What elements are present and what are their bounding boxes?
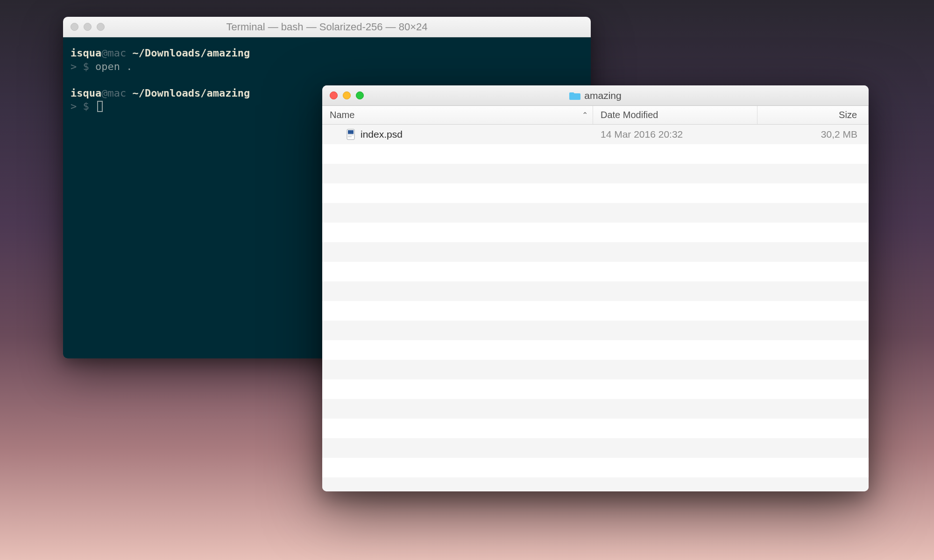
file-size-cell: 30,2 MB	[757, 129, 869, 140]
prompt-user: isqua	[71, 87, 101, 99]
column-header-size-label: Size	[839, 110, 857, 120]
empty-row	[322, 458, 869, 477]
prompt-path: ~/Downloads/amazing	[132, 47, 250, 59]
cursor-icon	[97, 101, 103, 112]
terminal-blank	[71, 73, 583, 87]
finder-file-list: index.psd 14 Mar 2016 20:32 30,2 MB	[322, 125, 869, 491]
prompt-host: mac	[107, 47, 132, 59]
empty-row	[322, 223, 869, 242]
prompt-symbol: > $	[71, 61, 95, 72]
empty-row	[322, 360, 869, 379]
empty-row	[322, 438, 869, 458]
terminal-title: Terminal — bash — Solarized-256 — 80×24	[63, 21, 591, 33]
empty-row	[322, 399, 869, 419]
svg-rect-3	[348, 136, 352, 137]
empty-row	[322, 144, 869, 164]
file-date-cell: 14 Mar 2016 20:32	[593, 129, 757, 140]
terminal-traffic-lights	[71, 23, 105, 31]
zoom-icon[interactable]	[97, 23, 105, 31]
column-header-name-label: Name	[330, 110, 354, 120]
empty-row	[322, 477, 869, 491]
finder-title: amazing	[584, 90, 621, 101]
file-name: index.psd	[361, 129, 403, 140]
finder-column-header: Name ⌃ Date Modified Size	[322, 106, 869, 125]
terminal-command: open .	[95, 61, 132, 72]
sort-ascending-icon: ⌃	[582, 111, 588, 119]
close-icon[interactable]	[330, 91, 338, 99]
column-header-date[interactable]: Date Modified	[593, 106, 757, 124]
empty-row	[322, 164, 869, 183]
prompt-at: @	[101, 87, 107, 99]
column-header-size[interactable]: Size	[757, 106, 869, 124]
prompt-at: @	[101, 47, 107, 59]
minimize-icon[interactable]	[343, 91, 351, 99]
svg-rect-2	[348, 134, 354, 135]
empty-row	[322, 281, 869, 301]
empty-row	[322, 340, 869, 360]
file-name-cell: index.psd	[322, 129, 593, 140]
prompt-user: isqua	[71, 47, 101, 59]
terminal-cmd-line: > $ open .	[71, 60, 583, 74]
prompt-host: mac	[107, 87, 132, 99]
finder-titlebar[interactable]: amazing	[322, 85, 869, 106]
prompt-path: ~/Downloads/amazing	[132, 87, 250, 99]
svg-rect-1	[348, 130, 354, 134]
empty-row	[322, 183, 869, 203]
prompt-symbol: > $	[71, 100, 95, 112]
file-row[interactable]: index.psd 14 Mar 2016 20:32 30,2 MB	[322, 125, 869, 144]
finder-traffic-lights	[330, 91, 364, 99]
minimize-icon[interactable]	[84, 23, 92, 31]
finder-title-wrap: amazing	[322, 90, 869, 101]
folder-icon	[569, 91, 580, 100]
empty-row	[322, 262, 869, 281]
empty-row	[322, 321, 869, 340]
empty-row	[322, 379, 869, 399]
empty-row	[322, 301, 869, 321]
column-header-date-label: Date Modified	[601, 110, 658, 120]
zoom-icon[interactable]	[356, 91, 364, 99]
finder-window: amazing Name ⌃ Date Modified Size index.…	[322, 85, 869, 491]
terminal-prompt-line: isqua@mac ~/Downloads/amazing	[71, 47, 583, 60]
close-icon[interactable]	[71, 23, 78, 31]
terminal-titlebar[interactable]: Terminal — bash — Solarized-256 — 80×24	[63, 17, 591, 37]
empty-row	[322, 203, 869, 223]
column-header-name[interactable]: Name ⌃	[322, 106, 593, 124]
psd-file-icon	[347, 129, 355, 140]
empty-row	[322, 419, 869, 438]
empty-row	[322, 242, 869, 262]
